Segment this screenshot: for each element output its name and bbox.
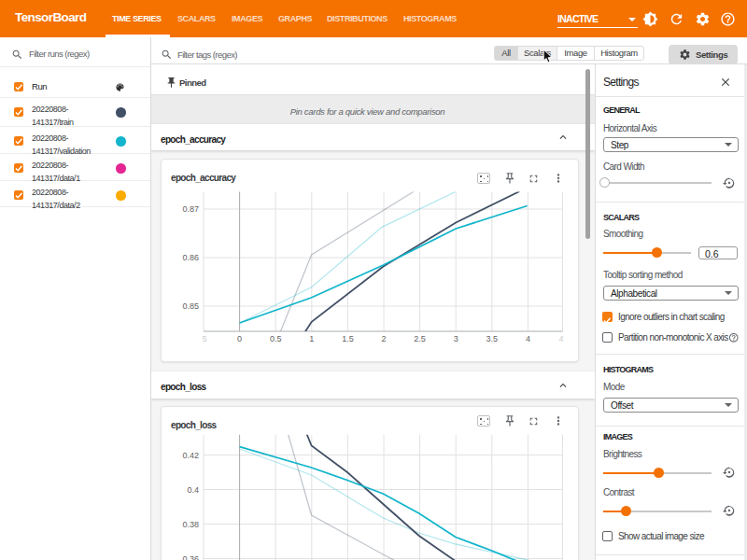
- svg-text:0.4: 0.4: [187, 485, 199, 495]
- svg-text:3: 3: [454, 334, 458, 343]
- svg-text:4: 4: [526, 334, 530, 343]
- svg-text:0.38: 0.38: [182, 520, 199, 529]
- svg-text:5: 5: [202, 334, 206, 343]
- svg-text:2: 2: [381, 334, 386, 343]
- svg-text:0.42: 0.42: [182, 451, 199, 460]
- svg-text:1.5: 1.5: [342, 334, 354, 343]
- svg-text:0.36: 0.36: [182, 554, 199, 560]
- svg-text:3.5: 3.5: [486, 334, 499, 343]
- svg-text:2.5: 2.5: [414, 334, 426, 343]
- svg-text:0.86: 0.86: [182, 253, 199, 262]
- svg-text:0.87: 0.87: [182, 204, 199, 214]
- svg-text:4: 4: [558, 334, 563, 343]
- svg-text:1: 1: [309, 334, 314, 343]
- svg-text:0.85: 0.85: [182, 301, 199, 311]
- svg-text:0: 0: [237, 334, 242, 343]
- svg-text:0.5: 0.5: [270, 334, 282, 343]
